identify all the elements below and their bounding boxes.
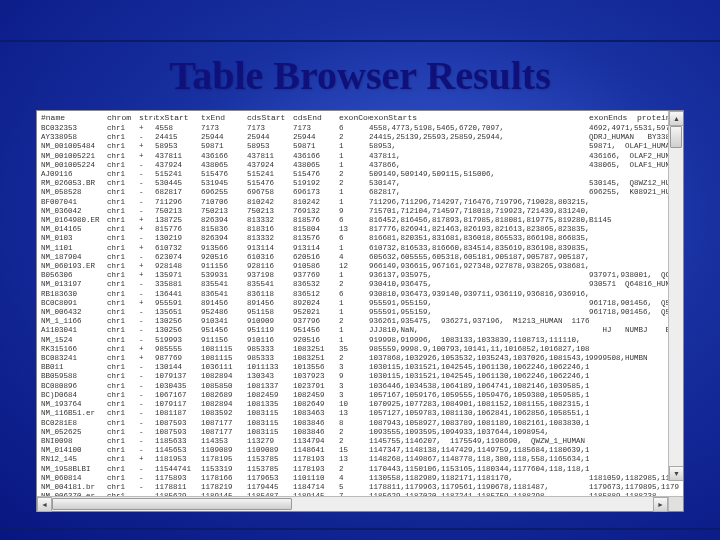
table-row[interactable]: NM_0103chr1-1302198263948133328135766816… [37,234,683,243]
col-chrom: chrom [107,113,139,123]
table-row[interactable]: BC0281E8chr1-108759310871771083115108384… [37,419,683,428]
table-row[interactable]: NM_052625chr1-10875931087177108311510838… [37,428,683,437]
col-strand: strand [139,113,155,123]
table-row[interactable]: BB011chr1-130144103611110111331013556310… [37,363,683,372]
table-row[interactable]: NM_060193.ERchr1+92814891115692811691058… [37,262,683,271]
table-row[interactable]: NM_193764chr1-10791171082894108133510826… [37,400,683,409]
table-row[interactable]: NM_116B51.erchr1-10811871083592108311510… [37,409,683,418]
scroll-right-icon[interactable]: ► [653,497,668,512]
hscroll-track[interactable] [52,497,653,511]
table-row[interactable]: RB183630chr1-136441836541836118836512693… [37,290,683,299]
table-row[interactable]: BC032353chr1+455871737173717364558,4773,… [37,124,683,133]
col-exoncount: exonCount [339,113,369,123]
table-row[interactable]: BF007041chr1-711296710706810242810242171… [37,198,683,207]
table-row[interactable]: BC)D0684chr1-106716710826891082459108245… [37,391,683,400]
table-row[interactable]: NM_006432chr1-13565195248695115895202119… [37,308,683,317]
scroll-up-icon[interactable]: ▲ [669,111,683,126]
table-row[interactable]: NM_1958BLBIchr1-115447411153319115378511… [37,465,683,474]
table-row[interactable]: NM_036042chr1-75021375021375021376913297… [37,207,683,216]
table-row[interactable]: BC0C8091chr1+955591891456891456892024195… [37,299,683,308]
scroll-left-icon[interactable]: ◄ [37,497,52,512]
table-row[interactable]: BC083241chr1+987769108111598533310832512… [37,354,683,363]
col-exonstarts: exonStarts [369,113,589,123]
table-row[interactable]: A1103041chr1-1302569514569511199514561JJ… [37,326,683,335]
table-row[interactable]: BC080896chr1-103043510858501081337102379… [37,382,683,391]
table-row[interactable]: NM_014165chr1+81577681583681831681580413… [37,225,683,234]
table-header: #name chrom strand txStart txEnd cdsStar… [37,111,683,124]
table-row[interactable]: AY338958chr1-24415259442594425944224415,… [37,133,683,142]
table-row[interactable]: NM_187904chr1-62307492051661031662051646… [37,253,683,262]
table-row[interactable]: NM_1524chr1-5199939111569101169205161919… [37,336,683,345]
table-row[interactable]: NM_013197chr1-33588183554183554183653229… [37,280,683,289]
table-row[interactable]: NM_001005484chr1+58953598715895359871158… [37,142,683,151]
table-row[interactable]: NM_006370.erchr1-11856291189145118548711… [37,492,683,496]
table-row[interactable]: NM_014100chr1-11456531109089110908911486… [37,446,683,455]
table-row[interactable]: BB059588chr1-107913710828941303431037923… [37,372,683,381]
table-row[interactable]: AJ09116chr1-5152415154765152415154762509… [37,170,683,179]
col-txstart: txStart [155,113,201,123]
scroll-down-icon[interactable]: ▼ [669,466,683,481]
table-row[interactable]: BNI0098chr1-1185633114353113279113479421… [37,437,683,446]
vscroll-track[interactable] [669,126,683,466]
table-row[interactable]: NM_004181.brchr1-11788111178219117944511… [37,483,683,492]
col-cdsstart: cdsStart [247,113,293,123]
col-txend: txEnd [201,113,247,123]
table-row[interactable]: NM_001005224chr1-43792443806543792443806… [37,161,683,170]
table-row[interactable]: B056306chr1+1359715399319371989377691936… [37,271,683,280]
table-row[interactable]: NM_1101chr1+6107329135669131149131141610… [37,244,683,253]
table-row[interactable]: NM_0164980.ERchr1+1387258263948133328185… [37,216,683,225]
table-row[interactable]: RN12_145chr1+118195311781951153785117819… [37,455,683,464]
top-divider [0,40,720,42]
col-name: #name [41,113,107,123]
table-row[interactable]: RK315166chr1+985555108111598533310832513… [37,345,683,354]
horizontal-scrollbar[interactable]: ◄ ► [37,496,683,511]
col-exonends: exonEnds proteinID alignID [589,113,679,123]
table-row[interactable]: NM_060814chr1-11758931178166117965311011… [37,474,683,483]
table-row[interactable]: NM_058528chr1-68281769625569675869617316… [37,188,683,197]
vertical-scrollbar[interactable]: ▲ ▼ [668,111,683,481]
page-title: Table Browser Results [0,52,720,99]
bottom-divider [0,528,720,530]
data-area: #name chrom strand txStart txEnd cdsStar… [37,111,683,496]
table-row[interactable]: NM_1_1166chr1-13025691034191090993779629… [37,317,683,326]
table-row[interactable]: RM_026053.BRchr1-53044553194551547651919… [37,179,683,188]
table-row[interactable]: NM_001005221chr1+43781143616643781143616… [37,152,683,161]
results-panel: #name chrom strand txStart txEnd cdsStar… [36,110,684,512]
col-cdsend: cdsEnd [293,113,339,123]
hscroll-thumb[interactable] [52,498,292,510]
scroll-corner [668,497,683,511]
table-body: BC032353chr1+455871737173717364558,4773,… [37,124,683,496]
vscroll-thumb[interactable] [670,126,682,148]
